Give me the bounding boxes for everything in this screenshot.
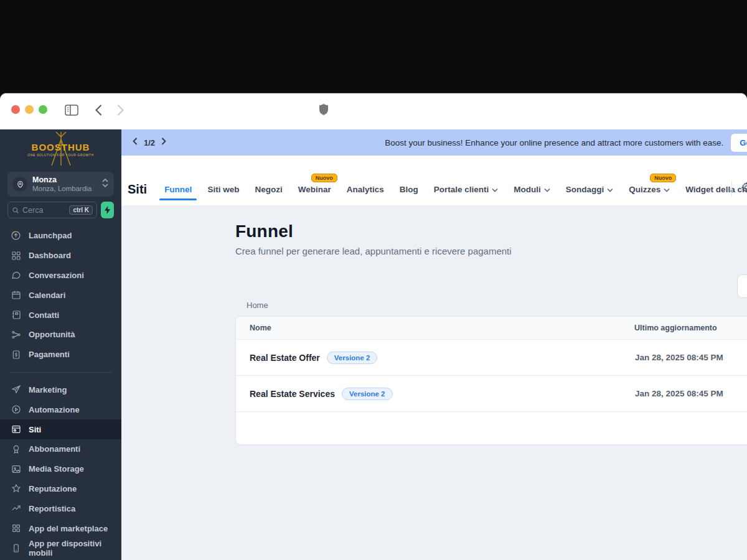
- sidebar-item-contatti[interactable]: Contatti: [0, 305, 121, 325]
- table-header-row: Nome Ultimo aggiornamento: [236, 317, 747, 340]
- funnel-name[interactable]: Real Estate Services: [236, 389, 335, 399]
- tab-sondaggi[interactable]: Sondaggi: [566, 185, 614, 194]
- sidebar-item-label: Abbonamenti: [29, 444, 80, 454]
- search-placeholder: Cerca: [22, 206, 66, 215]
- privacy-shield-icon[interactable]: [319, 103, 329, 118]
- sidebar-item-pagamenti[interactable]: Pagamenti: [0, 345, 121, 365]
- page-section-title: Siti: [128, 182, 147, 197]
- chevron-down-icon: [544, 185, 550, 194]
- browser-window: BOOSTHUB ONE SOLUTION FOR YOUR GROWTH Mo…: [0, 93, 747, 560]
- tab-negozi[interactable]: Negozi: [255, 185, 282, 194]
- main-area: 1/2 Boost your business! Enhance your on…: [121, 129, 747, 560]
- membership-icon: [11, 444, 21, 454]
- sidebar-divider: [10, 372, 111, 373]
- version-badge: Versione 2: [327, 352, 378, 364]
- sidebar-item-label: Automazione: [29, 405, 80, 414]
- breadcrumb: Home: [247, 301, 268, 310]
- table-row[interactable]: Real Estate Services Versione 2 Jan 28, …: [236, 376, 747, 412]
- column-header-nome: Nome: [236, 324, 271, 332]
- sidebar-item-reputazione[interactable]: Reputazione: [0, 479, 121, 499]
- tab-analytics[interactable]: Analytics: [347, 185, 384, 194]
- tabbar-divider: [731, 180, 732, 197]
- sidebar-item-label: Launchpad: [29, 231, 72, 240]
- opportunities-icon: [11, 329, 21, 340]
- chevron-down-icon: [492, 185, 498, 194]
- media-icon: [11, 464, 21, 474]
- sidebar-item-conversazioni[interactable]: Conversazioni: [0, 266, 121, 286]
- sidebar-item-label: Marketing: [29, 385, 67, 394]
- sidebar-toggle-icon[interactable]: [64, 103, 79, 119]
- nuovo-badge: Nuovo: [311, 174, 337, 182]
- marketplace-icon: [11, 523, 21, 534]
- sidebar-item-label: Media Storage: [29, 464, 84, 474]
- sidebar-item-app-marketplace[interactable]: App del marketplace: [0, 518, 121, 538]
- sidebar-item-label: Reportistica: [29, 504, 75, 513]
- sidebar-item-siti[interactable]: Siti: [0, 419, 121, 439]
- tab-funnel[interactable]: Funnel: [164, 185, 192, 194]
- sidebar-nav: Launchpad Dashboard Conve: [0, 226, 121, 558]
- version-badge: Versione 2: [342, 388, 393, 400]
- launchpad-icon: [11, 230, 21, 241]
- tab-blog[interactable]: Blog: [400, 185, 418, 194]
- nuovo-badge: Nuovo: [650, 174, 676, 182]
- location-region: Monza, Lombardia: [32, 185, 96, 193]
- sidebar-item-label: Siti: [29, 425, 41, 434]
- logo-tagline: ONE SOLUTION FOR YOUR GROWTH: [27, 153, 93, 157]
- tab-webinar[interactable]: Webinar Nuovo: [298, 185, 331, 194]
- tab-portale-clienti[interactable]: Portale clienti: [434, 185, 499, 194]
- sites-tabbar: Siti Funnel Siti web Negozi Webinar Nuov…: [121, 156, 747, 205]
- column-header-ultimo-aggiornamento: Ultimo aggiornamento: [634, 324, 717, 332]
- automation-icon: [11, 404, 21, 415]
- tab-moduli[interactable]: Moduli: [514, 185, 550, 194]
- page-title: Funnel: [235, 222, 747, 241]
- banner-next-icon[interactable]: [161, 137, 167, 148]
- gear-icon[interactable]: [741, 182, 747, 195]
- forward-icon[interactable]: [116, 104, 125, 119]
- funnel-table: Nome Ultimo aggiornamento Real Estate Of…: [235, 316, 747, 445]
- table-row[interactable]: Real Estate Offer Versione 2 Jan 28, 202…: [236, 340, 747, 376]
- tab-quizzes[interactable]: Quizzes Nuovo: [629, 185, 670, 194]
- banner-prev-icon[interactable]: [131, 137, 138, 148]
- sidebar-item-label: Pagamenti: [29, 350, 70, 359]
- sidebar-item-opportunita[interactable]: Opportunità: [0, 325, 121, 345]
- sidebar-item-reportistica[interactable]: Reportistica: [0, 498, 121, 518]
- search-input[interactable]: Cerca ctrl K: [7, 202, 97, 218]
- sidebar-item-label: Contatti: [29, 310, 59, 320]
- sidebar-item-automazione[interactable]: Automazione: [0, 399, 121, 419]
- close-window-icon[interactable]: [11, 105, 20, 114]
- contacts-icon: [11, 310, 21, 320]
- sidebar-item-label: Conversazioni: [29, 271, 84, 280]
- location-switcher[interactable]: Monza Monza, Lombardia: [7, 172, 114, 197]
- location-name: Monza: [32, 175, 96, 184]
- logo-title: BOOSTHUB: [32, 142, 90, 152]
- back-icon[interactable]: [94, 104, 103, 119]
- sidebar-item-dashboard[interactable]: Dashboard: [0, 246, 121, 266]
- sidebar-item-launchpad[interactable]: Launchpad: [0, 226, 121, 246]
- sidebar-item-label: App del marketplace: [29, 524, 108, 533]
- funnel-name[interactable]: Real Estate Offer: [236, 353, 320, 363]
- mobile-icon: [11, 543, 21, 553]
- edge-widget-button[interactable]: [737, 274, 747, 298]
- sidebar-item-calendari[interactable]: Calendari: [0, 285, 121, 305]
- window-controls[interactable]: [11, 105, 47, 114]
- banner-pager: 1/2: [131, 137, 167, 148]
- sidebar-item-abbonamenti[interactable]: Abbonamenti: [0, 439, 121, 459]
- sidebar-item-app-mobile[interactable]: App per dispositivi mobili: [0, 538, 121, 558]
- chat-bubble-icon: [11, 270, 21, 281]
- sidebar-item-marketing[interactable]: Marketing: [0, 380, 121, 400]
- brand-logo: BOOSTHUB ONE SOLUTION FOR YOUR GROWTH: [0, 129, 121, 169]
- minimize-window-icon[interactable]: [25, 105, 34, 114]
- sidebar-item-label: Dashboard: [29, 251, 71, 260]
- chevron-updown-icon: [101, 177, 109, 191]
- sidebar-item-label: Calendari: [29, 291, 65, 300]
- app-sidebar: BOOSTHUB ONE SOLUTION FOR YOUR GROWTH Mo…: [0, 129, 121, 560]
- tab-siti-web[interactable]: Siti web: [207, 185, 239, 194]
- zoom-window-icon[interactable]: [39, 105, 47, 114]
- sidebar-item-media-storage[interactable]: Media Storage: [0, 459, 121, 479]
- sidebar-item-label: Opportunità: [29, 330, 75, 339]
- banner-cta-button[interactable]: Get: [731, 134, 747, 152]
- quick-actions-button[interactable]: [101, 202, 114, 218]
- funnel-content: Funnel Crea funnel per generare lead, ap…: [121, 205, 747, 560]
- chevron-down-icon: [664, 185, 670, 194]
- chevron-down-icon: [607, 185, 613, 194]
